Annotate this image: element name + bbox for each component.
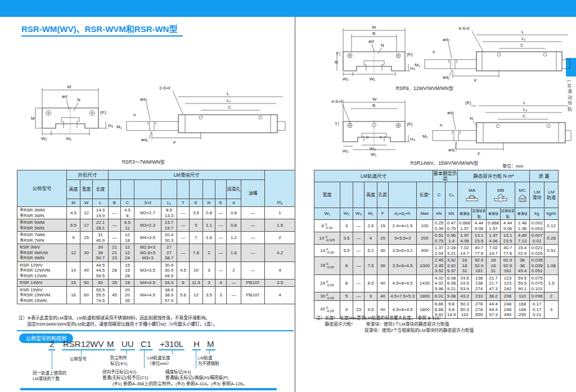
cell: 208: [501, 292, 515, 301]
col-header-f: F: [377, 208, 389, 220]
cell: 4.44 9.06: [501, 220, 515, 232]
cell: 50: [93, 280, 109, 287]
col-header-height: 高度: [67, 180, 80, 199]
top-accent-bar: [0, 0, 576, 17]
col-header-mb: MB: [487, 182, 515, 208]
label-preload: 径向予压标记(※2) 普通(无标记)/轻予压(C1): [102, 370, 148, 381]
col-header: [109, 180, 121, 199]
dim-label: M₁: [415, 62, 420, 67]
cell: PB107: [241, 286, 265, 304]
dim-label: 4-S×ℓ: [458, 26, 470, 31]
cell: 1.08: [544, 257, 559, 275]
cell: 0.096: [530, 292, 544, 301]
cell: 0.075 0.075 0.101: [530, 274, 544, 292]
dim-label: W: [372, 97, 377, 102]
dim-label: W₁: [371, 152, 377, 157]
leader-line: [196, 350, 196, 368]
cell: 4: [215, 280, 227, 287]
dim-label: F: [478, 151, 480, 156]
col-header-kg: kg: [530, 208, 544, 220]
col-header: [134, 180, 161, 199]
col-header-kgm: kg/m: [544, 208, 559, 220]
cell: 0.12: [544, 220, 559, 232]
group-header-mass: 质 量: [530, 170, 559, 182]
cell: 1.2: [227, 232, 241, 244]
cell: M4×3.5: [134, 232, 161, 244]
col-header-mc: MC: [515, 182, 530, 208]
cell: 40: [377, 274, 389, 292]
cell: 4.2: [265, 244, 295, 262]
cell: 300-0.05: [314, 292, 340, 301]
col-header-single-block: 单滑块: [458, 208, 472, 220]
cell: 400: [417, 245, 433, 257]
cell: 4.44 9.06: [472, 220, 487, 232]
cell: 40.7 77.6: [501, 245, 515, 257]
col-header-c0-rating: C₀: [446, 182, 458, 208]
dim-label: ød₁: [141, 137, 148, 142]
col-header-double-block: 双滑块紧贴: [472, 208, 487, 220]
group-header-rail-dims: LM轨道尺寸: [314, 170, 433, 182]
cell: 3: [203, 280, 215, 287]
cell: 7: [190, 232, 203, 244]
page-title: RSR-WM(WV)、RSR-WVM和RSR-WN型: [21, 22, 183, 37]
cell: 50: [80, 280, 93, 287]
label-stainless: LM轨道 为不锈钢制: [198, 355, 219, 367]
label-count: 同一轨道上使用的 LM滑块的个数: [33, 371, 66, 382]
col-header-grease-hole: 润滑孔: [227, 180, 241, 199]
dim-label: N: [381, 43, 384, 48]
cell: 15: [377, 220, 389, 232]
cell: 16 16 31: [458, 257, 472, 275]
model-token-uu: UU: [120, 339, 135, 350]
cell: 1.5: [265, 219, 295, 232]
cell: 1.97 4.06: [487, 232, 501, 245]
cell: —: [215, 262, 227, 280]
cell: 0.021 0.026: [530, 245, 544, 257]
cell: 11.5: [190, 280, 203, 287]
cell: 4: [265, 286, 295, 304]
col-header: [203, 180, 215, 199]
dim-label: 2-S×ℓ: [159, 85, 170, 91]
spec-table-right: LM轨道尺寸 基本额定负荷 静态容许力矩 N·m* 质 量 宽度 高度 孔距 长…: [314, 170, 559, 319]
col-header-model: 公称型号: [17, 170, 67, 207]
cell: 12 12 24: [121, 244, 134, 262]
cell: M2×1.7: [134, 207, 161, 219]
cell: 3.92 3.92 5.37: [446, 257, 458, 275]
cell: 92.9 92.9 161: [501, 257, 515, 275]
cell: 30: [377, 245, 389, 257]
cell: 34.3: [161, 280, 177, 287]
cell: RSR 9WV ※RSR 9WVM ※RSR 9WN: [17, 244, 67, 262]
mc-label: MC: [519, 188, 525, 193]
col-header-kn: kN: [433, 208, 446, 220]
cell: 7.5: [364, 257, 377, 275]
cell: —: [227, 280, 241, 287]
leader-line: [81, 350, 82, 355]
drawing-caption: RSR9、12WV/WVM/WN型: [360, 84, 489, 91]
cell: 6.5: [67, 219, 80, 232]
cell: 92.9 92.9 161: [472, 257, 487, 275]
col-header-rail-width: 宽度: [314, 182, 340, 208]
cell: ※RSR 5WM ※RSR 5WN: [17, 219, 67, 232]
col-header-single-block: 单滑块: [515, 208, 530, 220]
cell: 10: [190, 262, 203, 280]
drawing-caption: RSR3～7WM/WN型: [84, 158, 202, 165]
cell: —: [215, 219, 227, 232]
cell: 3: [340, 220, 353, 232]
cell: 4.02 4.02 5.96: [433, 274, 446, 292]
cell: 6: [340, 257, 353, 275]
cell: —: [215, 207, 227, 219]
col-header: [177, 180, 190, 199]
col-header-w: W: [80, 199, 93, 207]
cell: 3.5: [203, 286, 215, 304]
cell: 25: [80, 232, 93, 244]
cell: 8.5 13.3: [161, 207, 177, 219]
cell: 13.1 23.5: [472, 232, 487, 245]
cell: 20: [377, 232, 389, 245]
col-header-d: d: [227, 199, 241, 207]
group-header-outer-dims: 外形尺寸: [67, 170, 109, 180]
col-header-w3: W₃: [353, 208, 364, 220]
cell: 45: [109, 286, 121, 304]
mb-label: MB: [497, 188, 504, 193]
cell: —: [353, 220, 364, 232]
dim-label: L₁: [227, 98, 231, 103]
col-header-max: Max: [417, 208, 433, 220]
